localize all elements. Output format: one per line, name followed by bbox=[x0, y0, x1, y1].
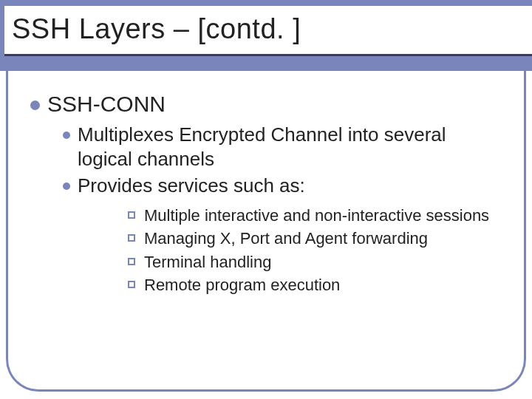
title-container: SSH Layers – [contd. ] bbox=[4, 6, 532, 56]
list-item: SSH-CONN bbox=[30, 92, 505, 117]
bullet-level2-list: Multiplexes Encrypted Channel into sever… bbox=[63, 123, 505, 296]
bullet-square-icon bbox=[128, 258, 135, 265]
level2-text: Provides services such as: bbox=[78, 174, 305, 198]
bullet-square-icon bbox=[128, 234, 135, 242]
level3-text: Remote program execution bbox=[144, 275, 340, 296]
list-item: Multiplexes Encrypted Channel into sever… bbox=[63, 123, 505, 171]
list-item: Terminal handling bbox=[128, 252, 505, 273]
level3-text: Managing X, Port and Agent forwarding bbox=[144, 228, 428, 249]
list-item: Managing X, Port and Agent forwarding bbox=[128, 228, 505, 249]
bullet-dot-icon bbox=[63, 132, 70, 139]
bullet-dot-icon bbox=[30, 100, 40, 110]
bullet-level3-list: Multiple interactive and non-interactive… bbox=[128, 205, 505, 296]
content-card: SSH-CONN Multiplexes Encrypted Channel i… bbox=[6, 71, 526, 392]
bullet-dot-icon bbox=[63, 183, 70, 190]
bullet-square-icon bbox=[128, 211, 135, 219]
slide: SSH Layers – [contd. ] SSH-CONN Multiple… bbox=[0, 0, 532, 399]
slide-title: SSH Layers – [contd. ] bbox=[12, 13, 525, 45]
list-item: Multiple interactive and non-interactive… bbox=[128, 205, 505, 226]
level3-text: Terminal handling bbox=[144, 252, 271, 273]
level1-heading: SSH-CONN bbox=[47, 92, 166, 117]
level2-text: Multiplexes Encrypted Channel into sever… bbox=[78, 123, 505, 171]
level3-text: Multiple interactive and non-interactive… bbox=[144, 205, 489, 226]
list-item: Provides services such as: bbox=[63, 174, 505, 198]
list-item: Remote program execution bbox=[128, 275, 505, 296]
bullet-level1: SSH-CONN Multiplexes Encrypted Channel i… bbox=[30, 92, 505, 296]
bullet-square-icon bbox=[128, 281, 135, 288]
